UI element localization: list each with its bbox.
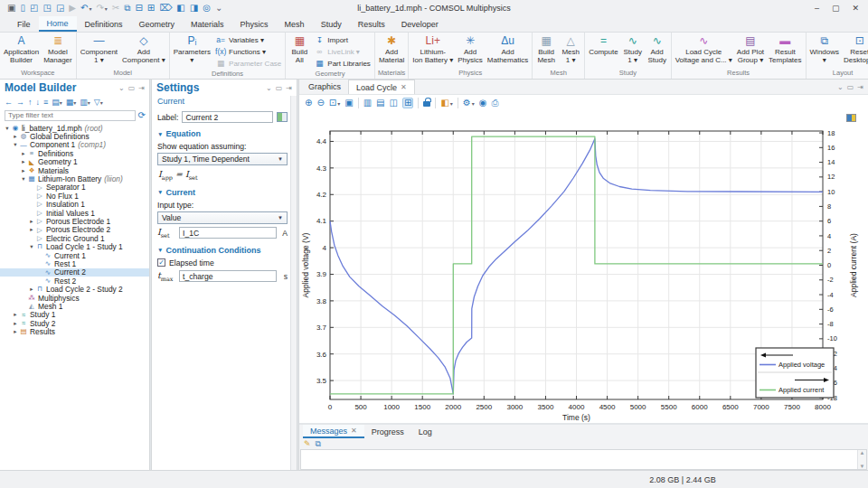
zoom-in-icon[interactable]: ⊕ bbox=[305, 99, 312, 108]
filter-tree-icon[interactable]: ▽▾ bbox=[94, 99, 103, 107]
clear-messages-icon[interactable]: ✎ bbox=[304, 439, 311, 448]
plot-canvas[interactable]: 0500100015002000250030003500400045005000… bbox=[299, 110, 868, 423]
save-as-icon[interactable]: ◲ bbox=[56, 4, 64, 13]
settings-scrollbar[interactable] bbox=[290, 96, 297, 470]
plot-in-window-icon[interactable]: ◫ bbox=[390, 99, 398, 108]
tree-item-current-2[interactable]: ∿Current 2 bbox=[0, 268, 149, 277]
tree-item-study-1[interactable]: ▸≈Study 1 bbox=[0, 311, 149, 319]
minimize-button[interactable]: – bbox=[815, 4, 819, 13]
pin-icon[interactable]: ⇥ bbox=[286, 84, 292, 92]
customize-toolbar-icon[interactable]: ⌄ bbox=[215, 4, 222, 13]
input-type-dropdown[interactable]: Value ▼ bbox=[157, 211, 288, 224]
ribbon-button-import[interactable]: ↧Import bbox=[312, 34, 373, 45]
image-snapshot-icon[interactable]: ◉ bbox=[479, 99, 487, 108]
pin-icon[interactable]: ⇥ bbox=[857, 83, 863, 91]
save-icon[interactable]: ◳ bbox=[42, 4, 51, 13]
model-manager-open-icon[interactable]: ◧ bbox=[176, 4, 184, 13]
collapse-icon[interactable]: ⌄ bbox=[266, 84, 272, 92]
undo-icon[interactable]: ↶▾ bbox=[80, 4, 91, 13]
graphics-tab-graphics[interactable]: Graphics bbox=[301, 80, 348, 94]
expand-icon[interactable]: ▸ bbox=[12, 311, 19, 318]
tree-item-initial-values-1[interactable]: ▷Initial Values 1 bbox=[0, 209, 149, 217]
ribbon-button-functions[interactable]: f(x)Functions ▾ bbox=[213, 46, 283, 57]
menu-tab-results[interactable]: Results bbox=[350, 16, 393, 32]
tmax-input[interactable] bbox=[179, 270, 277, 282]
ribbon-button-reset-desktop[interactable]: ⊡ResetDesktop ▾ bbox=[842, 33, 868, 68]
maximize-button[interactable]: ▢ bbox=[832, 4, 840, 13]
ribbon-button-parameters[interactable]: PᵢParameters▾ bbox=[172, 33, 212, 69]
menu-tab-geometry[interactable]: Geometry bbox=[131, 16, 184, 32]
show-options-icon[interactable]: ▥▾ bbox=[80, 99, 90, 107]
ribbon-button-model-manager[interactable]: ≣ModelManager bbox=[42, 33, 74, 68]
refresh-icon[interactable]: ⟳ bbox=[138, 110, 146, 120]
collapse-icon[interactable]: ▾ bbox=[28, 243, 35, 250]
float-icon[interactable]: ▭ bbox=[128, 84, 136, 92]
messages-tab-progress[interactable]: Progress bbox=[364, 425, 411, 438]
ribbon-button-study-1[interactable]: ∿Study1 ▾ bbox=[621, 33, 645, 68]
ribbon-button-part-libraries[interactable]: ▦Part Libraries bbox=[312, 58, 373, 69]
scroll-down-icon[interactable]: ▼ bbox=[860, 464, 865, 469]
float-icon[interactable]: ▭ bbox=[847, 83, 854, 91]
move-up-icon[interactable]: ↑ bbox=[28, 99, 33, 107]
y-axis-data-icon[interactable]: ▥ bbox=[363, 99, 372, 108]
expand-icon[interactable]: ▸ bbox=[28, 218, 35, 225]
move-down-icon[interactable]: ↓ bbox=[36, 99, 41, 107]
expand-icon[interactable]: ▸ bbox=[28, 286, 35, 293]
tree-item-porous-electrode-2[interactable]: ▸▷Porous Electrode 2 bbox=[0, 226, 149, 234]
iset-input[interactable] bbox=[179, 227, 277, 239]
menu-tab-study[interactable]: Study bbox=[313, 16, 350, 32]
collapse-all-icon[interactable]: ≡ bbox=[43, 99, 48, 107]
menu-tab-physics[interactable]: Physics bbox=[232, 16, 277, 32]
print-icon[interactable]: ⎙ bbox=[492, 99, 499, 108]
tree-item-definitions[interactable]: ▸≡Definitions bbox=[0, 149, 149, 157]
x-axis-data-icon[interactable]: ▤ bbox=[376, 99, 384, 108]
plot-settings-icon[interactable] bbox=[846, 114, 856, 122]
label-input[interactable] bbox=[182, 111, 273, 123]
collapse-icon[interactable]: ▾ bbox=[12, 141, 19, 148]
elapsed-time-checkbox[interactable]: ✓ bbox=[157, 258, 165, 267]
tree-item-mesh-1[interactable]: ◭Mesh 1 bbox=[0, 302, 149, 310]
pin-icon[interactable]: ⇥ bbox=[138, 84, 145, 92]
zoom-out-icon[interactable]: ⊖ bbox=[316, 99, 324, 108]
tree-item-load-cycle-1-study-1[interactable]: ▾⊓Load Cycle 1 - Study 1 bbox=[0, 242, 149, 250]
zoom-extents-icon[interactable]: ▣ bbox=[344, 99, 353, 108]
close-button[interactable]: ✕ bbox=[852, 4, 859, 13]
graphics-tab-load-cycle[interactable]: Load Cycle✕ bbox=[348, 80, 415, 94]
ribbon-button-compute[interactable]: =Compute bbox=[587, 33, 619, 68]
collapse-icon[interactable]: ▾ bbox=[4, 125, 11, 132]
float-icon[interactable]: ▭ bbox=[276, 84, 283, 92]
tree-item-li-battery-1d-mph[interactable]: ▾◉li_battery_1d.mph(root) bbox=[0, 124, 149, 132]
menu-tab-developer[interactable]: Developer bbox=[393, 16, 447, 32]
select-plot-window-icon[interactable]: ⊞ bbox=[402, 98, 413, 108]
new-file-icon[interactable]: ▯ bbox=[20, 4, 25, 13]
equation-study-dropdown[interactable]: Study 1, Time Dependent ▼ bbox=[157, 153, 288, 165]
filter-input[interactable] bbox=[5, 110, 136, 121]
group-nodes-icon[interactable]: ▦▾ bbox=[66, 99, 77, 107]
zoom-box-icon[interactable]: ⊡▾ bbox=[329, 99, 340, 108]
ribbon-button-mesh-1[interactable]: △Mesh1 ▾ bbox=[559, 33, 582, 68]
open-file-icon[interactable]: ◰ bbox=[30, 4, 38, 13]
expand-icon[interactable]: ▸ bbox=[12, 133, 19, 140]
tree-item-load-cycle-2-study-2[interactable]: ▸⊓Load Cycle 2 - Study 2 bbox=[0, 285, 149, 293]
tree-item-study-2[interactable]: ▸≈Study 2 bbox=[0, 319, 149, 327]
ribbon-button-add-plot-group[interactable]: ▤Add PlotGroup ▾ bbox=[735, 33, 766, 68]
messages-scrollbar[interactable]: ▲▼ bbox=[857, 450, 866, 469]
continuation-section-header[interactable]: ▼ Continuation Conditions bbox=[157, 246, 288, 255]
collapse-icon[interactable]: ▾ bbox=[20, 175, 27, 183]
tree-item-multiphysics[interactable]: ⁂Multiphysics bbox=[0, 294, 149, 302]
ribbon-button-add-material[interactable]: ✱AddMaterial bbox=[377, 33, 406, 68]
messages-tab-messages[interactable]: Messages✕ bbox=[303, 425, 364, 438]
close-icon[interactable]: ✕ bbox=[351, 427, 357, 435]
ribbon-button-build-mesh[interactable]: ▦BuildMesh bbox=[534, 33, 558, 68]
ribbon-button-build-all[interactable]: ▦BuildAll bbox=[288, 33, 311, 69]
ribbon-button-add-mathematics[interactable]: ΔuAddMathematics bbox=[486, 33, 530, 68]
tree-item-electric-ground-1[interactable]: ▷Electric Ground 1 bbox=[0, 234, 149, 242]
tree-item-porous-electrode-1[interactable]: ▸▷Porous Electrode 1 bbox=[0, 217, 149, 225]
tree-item-component-1[interactable]: ▾—Component 1(comp1) bbox=[0, 141, 149, 149]
expand-icon[interactable]: ▸ bbox=[28, 226, 35, 233]
tree-item-insulation-1[interactable]: ▷Insulation 1 bbox=[0, 201, 149, 209]
back-icon[interactable]: ← bbox=[5, 99, 13, 107]
model-tree-nodes-icon[interactable]: ▤▾ bbox=[52, 99, 62, 107]
equation-section-header[interactable]: ▼ Equation bbox=[157, 129, 288, 138]
current-section-header[interactable]: ▼ Current bbox=[157, 188, 288, 197]
